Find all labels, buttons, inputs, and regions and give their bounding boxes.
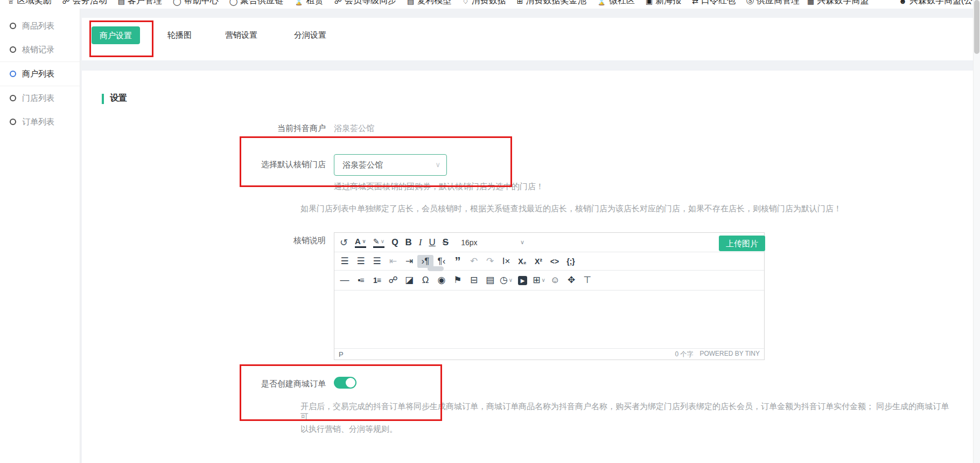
preview-eye-icon[interactable]: ◉: [433, 274, 450, 287]
media-icon[interactable]: ▶: [518, 276, 527, 285]
nav-item-微社区[interactable]: ⌛微社区: [597, 0, 635, 6]
store-help-line2: 如果门店列表中单独绑定了店长，会员核销时，根据关系链查找最近的店长，核销门店为该…: [300, 204, 842, 214]
editor-element-path: P: [339, 350, 344, 358]
align-center-icon[interactable]: ☰: [353, 255, 369, 268]
blockquote-icon[interactable]: ”: [450, 258, 466, 265]
default-store-select[interactable]: 浴泉荟公馆 ∨: [334, 154, 447, 176]
order-help-line1: 开启后，交易完成的抖音订单将同步生成商城订单，商城订单商品名称为抖音商户名称，购…: [300, 402, 952, 422]
horizontal-rule-icon[interactable]: —: [337, 274, 353, 287]
editor-content-area[interactable]: [334, 291, 764, 348]
sidebar-item-核销记录[interactable]: 核销记录: [0, 38, 80, 61]
nav-item-label: 会务活动: [73, 0, 107, 6]
upload-image-button[interactable]: 上传图片: [719, 236, 765, 251]
nav-item-区域奖励[interactable]: ♕区域奖励: [8, 0, 52, 6]
nav-item-消费数据奖金池[interactable]: ⊞消费数据奖金池: [517, 0, 586, 6]
scrollbar-thumb[interactable]: [974, 0, 979, 54]
history-icon[interactable]: ↺: [340, 236, 348, 249]
underline-icon[interactable]: U: [429, 236, 436, 249]
special-char-icon[interactable]: Ω: [417, 274, 433, 287]
hourglass-icon: ⌛: [294, 0, 303, 5]
nav-item-帮助中心[interactable]: ◯帮助中心: [173, 0, 219, 6]
bold-icon[interactable]: B: [405, 236, 412, 249]
nav-item-label: 帮助中心: [184, 0, 219, 6]
subscript-icon[interactable]: X₂: [514, 255, 530, 268]
tab-bar: 商户设置轮播图营销设置分润设置: [82, 18, 974, 60]
sidebar-item-商品列表[interactable]: 商品列表: [0, 14, 80, 38]
tab-商户设置[interactable]: 商户设置: [92, 26, 140, 44]
indent-icon[interactable]: ⇥: [401, 255, 417, 268]
chevron-down-icon: ∨: [509, 277, 513, 283]
sidebar-item-商户列表[interactable]: 商户列表: [0, 61, 80, 86]
dir-rtl-icon[interactable]: ¶‹: [433, 255, 450, 268]
fullscreen-icon[interactable]: ✥: [563, 274, 579, 287]
italic-icon[interactable]: I: [419, 236, 422, 249]
section-accent-bar: [102, 94, 104, 104]
sidebar-item-门店列表[interactable]: 门店列表: [0, 86, 80, 110]
highlight-icon[interactable]: ✎∨: [373, 237, 384, 248]
format-painter-icon[interactable]: ⊤: [579, 274, 596, 287]
tab-营销设置[interactable]: 营销设置: [225, 30, 257, 40]
nav-item-口令红包[interactable]: ⇄口令红包: [692, 0, 736, 6]
insert-image-icon[interactable]: ◪: [401, 274, 417, 287]
account-item[interactable]: ☻兴森数字商盟(公众号管理员): [899, 0, 980, 6]
chevron-down-icon: ∨: [541, 277, 545, 283]
editor-status-right: 0 个字 POWERED BY TINY: [675, 350, 760, 359]
section-title: 设置: [110, 93, 127, 104]
emoji-icon[interactable]: ☺: [547, 274, 563, 287]
nav-item-消费数据[interactable]: ♢消费数据: [462, 0, 506, 6]
code-icon[interactable]: <>: [547, 255, 563, 268]
nav-item-租赁[interactable]: ⌛租赁: [294, 0, 323, 6]
superscript-icon[interactable]: X²: [530, 255, 547, 268]
strikethrough-icon[interactable]: S: [443, 236, 449, 249]
font-color-icon[interactable]: A∨: [355, 237, 366, 248]
sidebar-item-label: 商品列表: [22, 21, 54, 31]
sidebar-item-label: 门店列表: [22, 93, 54, 103]
align-right-icon[interactable]: ☰: [369, 255, 385, 268]
sidebar: 商品列表核销记录商户列表门店列表订单列表: [0, 9, 80, 463]
create-order-toggle[interactable]: [334, 377, 356, 389]
account-item[interactable]: ▦兴森数字商盟: [807, 0, 869, 6]
bullet-list-icon[interactable]: •≡: [353, 274, 369, 287]
insert-link-icon[interactable]: ☍: [385, 274, 401, 287]
datetime-clock-icon[interactable]: ◷∨: [498, 274, 514, 287]
tab-分润设置[interactable]: 分润设置: [294, 30, 326, 40]
font-size-select[interactable]: 16px∨: [461, 238, 524, 247]
align-left-icon[interactable]: ☰: [337, 255, 353, 268]
chevron-down-icon: ∨: [520, 239, 524, 246]
clear-format-icon[interactable]: I×: [498, 255, 514, 268]
search-icon[interactable]: Q: [391, 236, 398, 249]
model-document-icon: ▤: [407, 0, 414, 5]
nav-item-会务活动[interactable]: ☍会务活动: [62, 0, 107, 6]
sidebar-item-label: 订单列表: [22, 117, 54, 127]
sidebar-item-label: 商户列表: [22, 69, 54, 79]
nav-item-label: 聚合供应链: [240, 0, 283, 6]
font-size-value: 16px: [461, 238, 477, 247]
diamond-icon: ♢: [462, 0, 469, 5]
redo-icon[interactable]: ↷: [482, 255, 498, 268]
nav-item-复利模型[interactable]: ▤复利模型: [407, 0, 451, 6]
order-help-line2: 以执行营销、分润等规则。: [300, 424, 397, 434]
nav-item-客户管理[interactable]: ▤客户管理: [118, 0, 162, 6]
nav-item-聚合供应链[interactable]: ◯聚合供应链: [229, 0, 284, 6]
nav-item-会员等级同步[interactable]: ☍会员等级同步: [334, 0, 396, 6]
account-label: 兴森数字商盟: [817, 0, 869, 6]
table-icon[interactable]: ⊞∨: [531, 274, 547, 287]
page-break-icon[interactable]: ⊟: [466, 274, 482, 287]
account-label: 兴森数字商盟(公众号管理员): [909, 0, 980, 6]
print-icon[interactable]: ▤: [482, 274, 498, 287]
codeblock-icon[interactable]: {;}: [563, 255, 579, 268]
bookmark-icon[interactable]: ⚑: [450, 274, 466, 287]
sidebar-item-订单列表[interactable]: 订单列表: [0, 110, 80, 134]
document-icon: ▤: [118, 0, 125, 5]
numbered-list-icon[interactable]: 1≡: [369, 274, 385, 287]
nav-item-label: 区域奖励: [17, 0, 52, 6]
order-toggle-label: 是否创建商城订单: [164, 379, 326, 389]
settings-panel: 设置 当前抖音商户 浴泉荟公馆 选择默认核销门店 浴泉荟公馆 ∨ 通过商城页面核…: [82, 71, 974, 463]
outdent-icon[interactable]: ⇤: [385, 255, 401, 268]
nav-item-label: 租赁: [306, 0, 324, 6]
dir-ltr-icon[interactable]: ›¶: [417, 255, 433, 268]
undo-icon[interactable]: ↶: [466, 255, 482, 268]
nav-item-供应商管理[interactable]: Ⓢ供应商管理: [746, 0, 800, 6]
nav-item-新海报[interactable]: ▣新海报: [646, 0, 681, 6]
tab-轮播图[interactable]: 轮播图: [167, 30, 192, 40]
